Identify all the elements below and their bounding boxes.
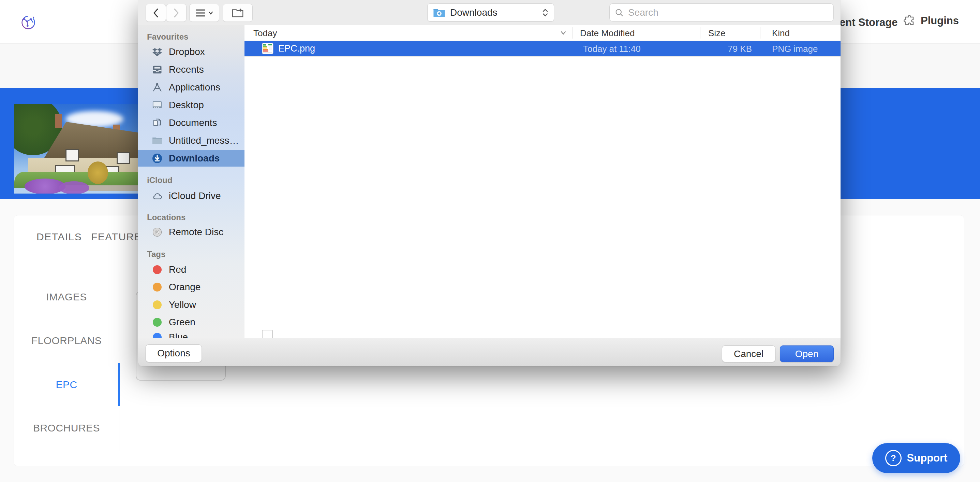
file-name: EPC.png <box>278 43 315 54</box>
file-kind: PNG image <box>772 44 818 54</box>
sidebar-item-label: Red <box>169 264 186 275</box>
updown-chevrons-icon <box>542 8 548 17</box>
open-label: Open <box>795 348 819 359</box>
sidebar-item-recents[interactable]: Recents <box>138 61 245 78</box>
sidebar-tag-yellow[interactable]: Yellow <box>138 297 245 313</box>
applications-icon <box>152 82 163 93</box>
group-header-today[interactable]: Today <box>253 28 277 38</box>
column-divider[interactable] <box>573 27 573 38</box>
disc-icon <box>152 227 163 238</box>
icloud-section-title: iCloud <box>147 176 173 185</box>
red-tag-icon <box>152 264 163 275</box>
puzzle-icon <box>903 14 916 27</box>
dialog-footer: Options Cancel Open <box>138 338 840 366</box>
document-storage-label[interactable]: ent Storage <box>840 16 898 29</box>
column-divider[interactable] <box>700 27 700 38</box>
plugins-label: Plugins <box>921 15 959 27</box>
list-header-row: Today Date Modified Size Kind <box>245 25 840 41</box>
sidebar-item-label: Orange <box>169 282 200 292</box>
location-value: Downloads <box>450 7 538 18</box>
sidebar-item-applications[interactable]: Applications <box>138 79 245 96</box>
column-date-modified[interactable]: Date Modified <box>580 28 635 38</box>
file-open-dialog: Downloads Favourites Dropbox Recents App… <box>138 0 840 366</box>
back-button[interactable] <box>146 4 166 22</box>
green-tag-icon <box>152 317 163 328</box>
side-nav-images[interactable]: IMAGES <box>14 291 119 303</box>
open-button[interactable]: Open <box>780 345 834 362</box>
dialog-sidebar: Favourites Dropbox Recents Applications … <box>138 25 245 338</box>
sidebar-item-label: Documents <box>169 117 217 128</box>
sidebar-item-label: Untitled_mess… <box>169 135 239 146</box>
column-kind[interactable]: Kind <box>772 28 790 38</box>
dialog-file-list: Today Date Modified Size Kind EPC.png To… <box>245 25 840 338</box>
options-label: Options <box>157 348 190 359</box>
blue-tag-icon <box>152 332 163 338</box>
list-view-icon <box>196 8 205 18</box>
chevron-left-icon <box>152 8 159 18</box>
sidebar-item-label: iCloud Drive <box>169 190 221 201</box>
support-label: Support <box>907 452 948 464</box>
new-folder-button[interactable] <box>223 4 253 22</box>
tags-section-title: Tags <box>147 249 165 259</box>
sidebar-tag-blue[interactable]: Blue <box>138 329 245 338</box>
sidebar-tag-green[interactable]: Green <box>138 314 245 330</box>
sidebar-item-label: Dropbox <box>169 46 205 57</box>
downloads-icon <box>152 153 163 164</box>
sidebar-item-icloud-drive[interactable]: iCloud Drive <box>138 188 245 204</box>
file-size: 79 KB <box>700 44 752 54</box>
side-nav-epc[interactable]: EPC <box>14 379 119 391</box>
sidebar-item-dropbox[interactable]: Dropbox <box>138 44 245 60</box>
chevron-right-icon <box>173 8 180 18</box>
sidebar-item-label: Downloads <box>169 153 220 164</box>
options-button[interactable]: Options <box>146 345 202 362</box>
search-icon <box>614 8 624 18</box>
tab-details[interactable]: DETAILS <box>37 231 82 243</box>
row-divider <box>245 56 840 57</box>
side-nav-brochures[interactable]: BROCHURES <box>14 422 119 434</box>
column-divider[interactable] <box>760 27 760 38</box>
view-options-button[interactable] <box>189 4 219 22</box>
file-row-epc[interactable]: EPC.png Today at 11:40 79 KB PNG image <box>245 41 840 56</box>
sidebar-item-label: Yellow <box>169 299 196 310</box>
sidebar-tag-red[interactable]: Red <box>138 262 245 278</box>
desktop-icon <box>152 100 163 110</box>
support-button[interactable]: ? Support <box>872 443 960 473</box>
sidebar-tag-orange[interactable]: Orange <box>138 279 245 295</box>
orange-tag-icon <box>152 282 163 292</box>
side-nav-floorplans[interactable]: FLOORPLANS <box>14 335 119 346</box>
yellow-tag-icon <box>152 299 163 310</box>
chevron-down-icon <box>208 11 213 15</box>
folder-icon <box>152 135 163 146</box>
dialog-toolbar: Downloads <box>138 0 840 25</box>
documents-icon <box>152 117 163 128</box>
dialog-search-input[interactable] <box>627 7 829 18</box>
epc-thumbnail-icon <box>262 43 274 54</box>
sidebar-item-untitled-folder[interactable]: Untitled_mess… <box>138 132 245 149</box>
downloads-folder-icon <box>433 8 445 18</box>
side-nav-divider <box>119 272 119 451</box>
sidebar-item-label: Remote Disc <box>169 227 223 238</box>
cancel-label: Cancel <box>734 348 764 359</box>
cancel-button[interactable]: Cancel <box>722 345 775 362</box>
column-size[interactable]: Size <box>708 28 725 38</box>
plugins-button[interactable]: Plugins <box>903 14 959 27</box>
favourites-section-title: Favourites <box>147 32 188 41</box>
sidebar-item-label: Blue <box>169 332 188 338</box>
help-icon: ? <box>885 450 902 466</box>
brand-logo[interactable] <box>19 14 37 31</box>
sidebar-item-downloads[interactable]: Downloads <box>138 150 245 167</box>
partial-file-icon <box>262 330 273 338</box>
sidebar-item-label: Recents <box>169 64 204 75</box>
file-date-modified: Today at 11:40 <box>583 44 641 54</box>
sidebar-item-remote-disc[interactable]: Remote Disc <box>138 224 245 240</box>
dialog-search-field[interactable] <box>609 3 834 21</box>
location-selector[interactable]: Downloads <box>427 3 554 21</box>
recents-icon <box>152 64 163 75</box>
forward-button[interactable] <box>166 4 186 22</box>
cloud-icon <box>152 190 163 201</box>
sort-chevron-icon[interactable] <box>560 30 566 35</box>
new-folder-icon <box>232 8 244 18</box>
sidebar-item-label: Desktop <box>169 100 204 110</box>
sidebar-item-desktop[interactable]: Desktop <box>138 97 245 113</box>
sidebar-item-documents[interactable]: Documents <box>138 115 245 131</box>
